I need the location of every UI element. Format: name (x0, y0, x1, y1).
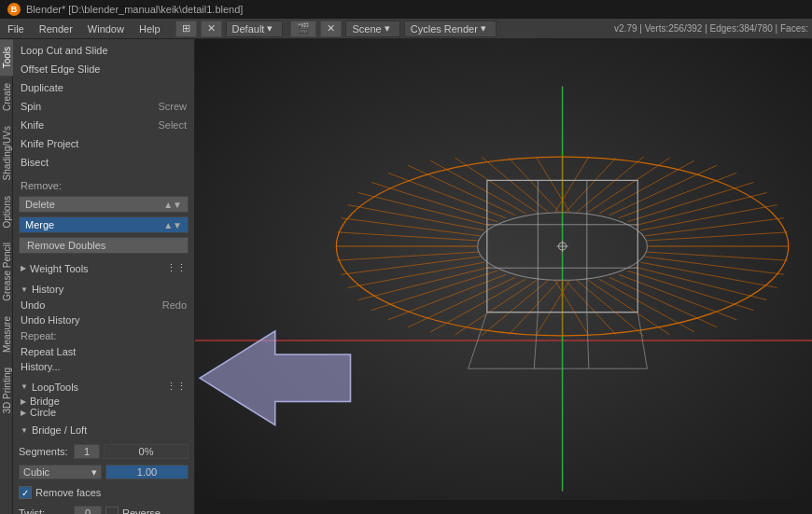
stats-area: v2.79 | Verts:256/392 | Edges:384/780 | … (614, 23, 812, 34)
scene-icon-btn[interactable]: 🎬 (290, 21, 316, 37)
checkmark-icon: ✓ (21, 488, 29, 498)
repeat-last-item[interactable]: Repeat Last (13, 344, 194, 359)
delete-arrow: ▲▼ (163, 200, 182, 210)
svg-rect-0 (195, 39, 812, 500)
delete-dropdown[interactable]: Delete ▲▼ (19, 196, 189, 213)
remove-faces-label: Remove faces (35, 487, 101, 498)
tab-measure[interactable]: Measure (0, 309, 13, 360)
tab-grease-pencil[interactable]: Grease Pencil (0, 235, 13, 309)
bridge-label: Bridge (30, 396, 60, 407)
segments-row: Segments: 0% (19, 442, 189, 461)
menu-file[interactable]: File (0, 19, 32, 39)
menu-help[interactable]: Help (132, 19, 168, 39)
vertical-tabs: Tools Create Shading/UVs Options Grease … (0, 39, 13, 514)
offset-edge-slide[interactable]: Offset Edge Slide (13, 60, 194, 78)
knife[interactable]: Knife Select (13, 116, 194, 134)
twist-row: Twist: Reverse (19, 504, 189, 514)
undo-item[interactable]: Undo Redo (13, 298, 194, 313)
history-label: History (32, 284, 63, 295)
loop-cut-slide[interactable]: Loop Cut and Slide (13, 41, 194, 60)
menu-bar: File Render Window Help ⊞ ✕ Default ▾ 🎬 … (0, 19, 812, 39)
main-content: Tools Create Shading/UVs Options Grease … (0, 39, 812, 514)
segments-percent: 0% (105, 446, 188, 457)
repeat-header: Repeat: (13, 327, 194, 344)
tab-tools[interactable]: Tools (0, 39, 13, 76)
merge-dropdown[interactable]: Merge ▲▼ (19, 216, 189, 233)
viewport[interactable]: User Ortho Meters (195, 39, 812, 514)
layout-area: ⊞ ✕ Default ▾ (175, 21, 284, 37)
renderer-dropdown[interactable]: Cycles Render ▾ (404, 21, 497, 37)
blender-icon: B (7, 3, 21, 16)
segments-slider[interactable]: 0% (104, 444, 189, 459)
layout-cross-btn[interactable]: ✕ (201, 21, 222, 37)
remove-faces-checkbox[interactable]: ✓ (19, 486, 32, 499)
scene-dropdown[interactable]: Scene ▾ (345, 21, 399, 37)
menu-items: File Render Window Help (0, 19, 168, 39)
duplicate[interactable]: Duplicate (13, 78, 194, 97)
weight-tools-header[interactable]: ▶ Weight Tools ⋮⋮ (13, 259, 194, 277)
segments-label: Segments: (19, 446, 70, 457)
left-panel: Loop Cut and Slide Offset Edge Slide Dup… (13, 39, 195, 514)
twist-input[interactable] (74, 506, 102, 514)
merge-label: Merge (25, 219, 54, 230)
mesh-tools-section: Loop Cut and Slide Offset Edge Slide Dup… (13, 39, 194, 174)
cubic-strength-row: Cubic ▾ 1.00 (19, 463, 189, 481)
delete-label: Delete (25, 199, 55, 210)
layout-icon-btn[interactable]: ⊞ (175, 21, 197, 37)
weight-tools-label: Weight Tools (30, 263, 89, 274)
spin[interactable]: Spin Screw (13, 97, 194, 116)
cubic-arrow: ▾ (91, 466, 97, 479)
cubic-dropdown[interactable]: Cubic ▾ (19, 465, 102, 479)
reverse-label: Reverse (122, 507, 161, 514)
scene-svg (195, 39, 812, 500)
bridge-loft-section: Segments: 0% Cubic ▾ 1.00 (13, 438, 194, 514)
strength-field[interactable]: 1.00 (105, 465, 189, 479)
remove-label: Remove: (21, 180, 62, 191)
tab-create[interactable]: Create (0, 76, 13, 118)
viewport-stats-text: v2.79 | Verts:256/392 | Edges:384/780 | … (614, 23, 808, 34)
weight-tools-dots: ⋮⋮ (166, 262, 187, 274)
twist-label: Twist: (19, 507, 70, 514)
weight-tools-arrow: ▶ (21, 264, 26, 272)
bridge-loft-label: Bridge / Loft (32, 424, 87, 436)
scene-area: 🎬 ✕ Scene ▾ Cycles Render ▾ (290, 21, 496, 37)
history-arrow: ▼ (21, 285, 28, 294)
undo-history-item[interactable]: Undo History (13, 313, 194, 327)
looptools-dots: ⋮⋮ (166, 381, 187, 393)
history-header[interactable]: ▼ History (13, 281, 194, 298)
segments-input[interactable] (74, 444, 100, 459)
knife-project[interactable]: Knife Project (13, 134, 194, 153)
history-dots-item[interactable]: History... (13, 359, 194, 374)
remove-doubles-btn[interactable]: Remove Doubles (19, 237, 189, 254)
menu-render[interactable]: Render (32, 19, 80, 39)
title-bar: B Blender* [D:\blender_manual\keik\detai… (0, 0, 812, 19)
bisect[interactable]: Bisect (13, 153, 194, 172)
tab-shading-uvs[interactable]: Shading/UVs (0, 118, 13, 188)
circle-arrow: ▶ (21, 409, 26, 417)
circle-label: Circle (30, 407, 56, 418)
strength-value: 1.00 (137, 466, 157, 478)
bridge-item[interactable]: ▶ Bridge (13, 396, 194, 407)
merge-arrow: ▲▼ (163, 220, 182, 230)
circle-item[interactable]: ▶ Circle (13, 407, 194, 418)
tab-options[interactable]: Options (0, 188, 13, 235)
bridge-loft-header[interactable]: ▼ Bridge / Loft (13, 422, 194, 438)
menu-window[interactable]: Window (80, 19, 132, 39)
reverse-checkbox[interactable] (105, 507, 119, 514)
repeat-label: Repeat: (21, 330, 57, 341)
looptools-label: LoopTools (32, 382, 78, 393)
tab-3d-printing[interactable]: 3D Printing (0, 360, 13, 421)
layout-dropdown[interactable]: Default ▾ (226, 21, 284, 37)
window-title: Blender* [D:\blender_manual\keik\detail1… (26, 4, 243, 15)
looptools-header[interactable]: ▼ LoopTools ⋮⋮ (13, 378, 194, 396)
bridge-loft-arrow: ▼ (21, 426, 28, 435)
bridge-arrow: ▶ (21, 397, 26, 406)
scene-cross-btn[interactable]: ✕ (320, 21, 342, 37)
remove-faces-row: ✓ Remove faces (19, 483, 189, 502)
looptools-arrow: ▼ (21, 382, 28, 391)
remove-header: Remove: (13, 177, 194, 194)
